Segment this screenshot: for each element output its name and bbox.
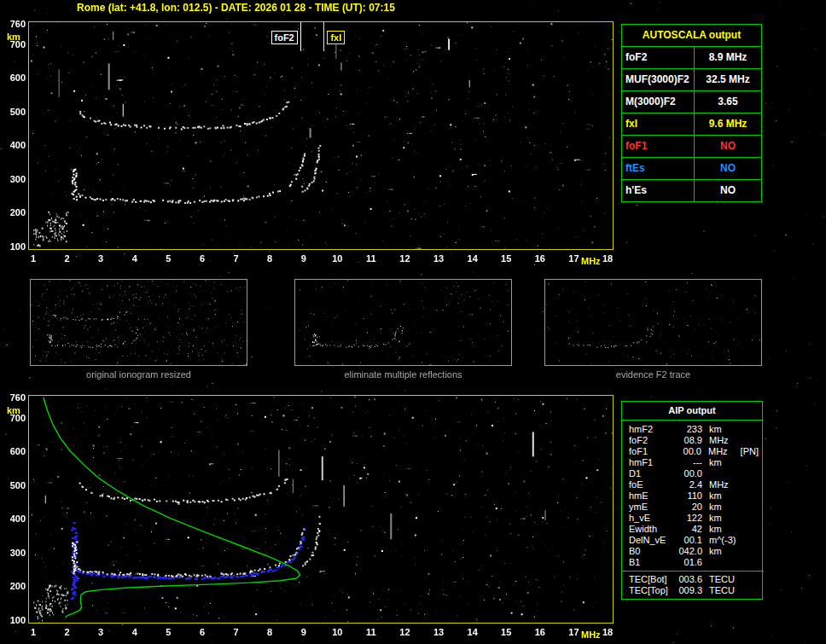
aip-row: hmF1 --- km bbox=[629, 457, 759, 468]
aip-ionogram-panel bbox=[28, 395, 614, 624]
y-tick-label: 600 bbox=[2, 73, 26, 83]
aip-param-name: TEC[Bot] bbox=[629, 574, 673, 585]
autoscala-row-fof1: foF1 NO bbox=[622, 136, 761, 158]
autoscala-ionogram-canvas bbox=[29, 22, 613, 249]
autoscala-output-header: AUTOSCALA output bbox=[622, 25, 761, 47]
aip-output-table: AIP output hmF2 233 km foF2 08.9 MHz foF… bbox=[621, 401, 763, 600]
x-tick-label: 5 bbox=[159, 627, 177, 637]
x-tick-label: 7 bbox=[227, 253, 246, 264]
aip-param-extra bbox=[738, 502, 759, 513]
aip-row: h_vE 122 km bbox=[629, 513, 759, 524]
autoscala-row-hes: h'Es NO bbox=[622, 180, 761, 201]
aip-param-unit: km bbox=[702, 513, 738, 524]
thumbnail-caption: original ionogram resized bbox=[30, 369, 247, 380]
autoscala-param-name: foF2 bbox=[622, 47, 695, 68]
y-tick-label: 200 bbox=[2, 581, 26, 591]
autoscala-param-name: fxI bbox=[622, 113, 695, 135]
autoscala-param-value: NO bbox=[695, 136, 761, 157]
y-tick-label: 400 bbox=[2, 140, 26, 150]
x-tick-label: 16 bbox=[531, 627, 550, 637]
aip-param-value: 042.0 bbox=[673, 546, 702, 557]
autoscala-row-m3000: M(3000)F2 3.65 bbox=[622, 91, 761, 113]
x-tick-label: 7 bbox=[227, 627, 246, 637]
aip-param-name: ymE bbox=[629, 502, 673, 513]
aip-param-unit: km bbox=[702, 502, 738, 513]
aip-param-unit: MHz bbox=[702, 479, 738, 490]
autoscala-param-value: NO bbox=[695, 180, 761, 201]
thumbnail-evidence-f2 bbox=[544, 279, 762, 366]
aip-row: DelN_vE 00.1 m^(-3) bbox=[629, 535, 759, 546]
x-tick-label: 10 bbox=[328, 627, 346, 637]
aip-tec-row: TEC[Bot] 003.6 TECU bbox=[629, 574, 759, 585]
x-tick-label: 1 bbox=[24, 627, 43, 637]
aip-param-extra bbox=[738, 435, 759, 446]
x-tick-label: 4 bbox=[125, 627, 144, 637]
aip-param-unit: km bbox=[702, 524, 738, 535]
x-tick-label: 4 bbox=[125, 253, 144, 264]
autoscala-param-value: 3.65 bbox=[695, 91, 761, 113]
x-tick-label: 17 bbox=[564, 627, 583, 637]
aip-row: foE 2.4 MHz bbox=[629, 479, 759, 490]
aip-param-value: 003.6 bbox=[673, 574, 702, 585]
x-tick-label: 13 bbox=[429, 627, 448, 637]
autoscala-ionogram-panel: foF2fxI bbox=[28, 21, 614, 250]
aip-param-unit: km bbox=[702, 546, 738, 557]
x-tick-label: 9 bbox=[294, 627, 313, 637]
aip-param-extra bbox=[738, 468, 759, 479]
x-tick-label: 6 bbox=[193, 627, 212, 637]
autoscala-param-name: M(3000)F2 bbox=[622, 91, 695, 113]
aip-row: B0 042.0 km bbox=[629, 546, 759, 557]
aip-param-unit bbox=[702, 557, 738, 568]
aip-tec-row: TEC[Top] 009.3 TECU bbox=[629, 585, 759, 596]
x-tick-label: 14 bbox=[463, 253, 482, 264]
station-date-title: Rome (lat: +41.8, lon: 012.5) - DATE: 20… bbox=[77, 2, 395, 14]
aip-param-name: foF2 bbox=[629, 435, 673, 446]
x-tick-label: 8 bbox=[260, 627, 279, 637]
autoscala-param-value: NO bbox=[695, 158, 761, 179]
aip-param-name: DelN_vE bbox=[629, 535, 673, 546]
aip-param-name: B1 bbox=[629, 557, 673, 568]
autoscala-row-fxi: fxI 9.6 MHz bbox=[622, 113, 761, 136]
aip-param-unit: TECU bbox=[702, 585, 738, 596]
y-tick-label: 760 bbox=[2, 19, 26, 29]
aip-output-header: AIP output bbox=[622, 402, 762, 421]
aip-param-unit bbox=[702, 468, 738, 479]
x-tick-label: 2 bbox=[58, 627, 77, 637]
autoscala-param-value: 32.5 MHz bbox=[695, 69, 761, 90]
aip-row: hmE 110 km bbox=[629, 490, 759, 502]
aip-param-extra bbox=[738, 524, 759, 535]
aip-param-value: 20 bbox=[673, 502, 702, 513]
y-tick-label: 200 bbox=[2, 207, 26, 218]
aip-param-extra: [PN] bbox=[737, 446, 759, 457]
aip-output-body: hmF2 233 km foF2 08.9 MHz foF1 00.0 MHz … bbox=[622, 421, 762, 599]
x-tick-label: 9 bbox=[294, 253, 313, 264]
aip-param-value: 009.3 bbox=[673, 585, 702, 596]
thumbnail-original-ionogram bbox=[30, 279, 247, 366]
aip-param-value: 2.4 bbox=[673, 479, 702, 490]
aip-row: foF2 08.9 MHz bbox=[629, 435, 759, 446]
aip-param-name: TEC[Top] bbox=[629, 585, 673, 596]
aip-param-unit: MHz bbox=[701, 446, 737, 457]
aip-param-value: 110 bbox=[673, 490, 702, 502]
y-tick-label: 600 bbox=[2, 446, 26, 456]
thumbnail-original-canvas bbox=[31, 280, 247, 365]
y-tick-label: 700 bbox=[2, 39, 26, 49]
aip-param-extra bbox=[738, 457, 759, 468]
aip-param-name: foE bbox=[629, 479, 673, 490]
x-tick-label: 6 bbox=[193, 253, 212, 264]
aip-row: Ewidth 42 km bbox=[629, 524, 759, 535]
autoscala-app-window: Rome (lat: +41.8, lon: 012.5) - DATE: 20… bbox=[0, 0, 826, 644]
y-tick-label: 300 bbox=[2, 174, 26, 184]
autoscala-param-name: foF1 bbox=[622, 136, 695, 157]
x-tick-label: 14 bbox=[463, 627, 482, 637]
aip-param-value: 122 bbox=[673, 513, 702, 524]
aip-param-value: --- bbox=[673, 457, 702, 468]
autoscala-param-value: 8.9 MHz bbox=[695, 47, 761, 68]
aip-param-extra bbox=[738, 546, 759, 557]
aip-param-unit: MHz bbox=[702, 435, 738, 446]
y-tick-label: 100 bbox=[2, 241, 26, 252]
x-tick-label: 1 bbox=[24, 253, 43, 264]
autoscala-param-value: 9.6 MHz bbox=[695, 113, 761, 135]
autoscala-row-muf: MUF(3000)F2 32.5 MHz bbox=[622, 69, 761, 91]
aip-param-unit: m^(-3) bbox=[702, 535, 738, 546]
